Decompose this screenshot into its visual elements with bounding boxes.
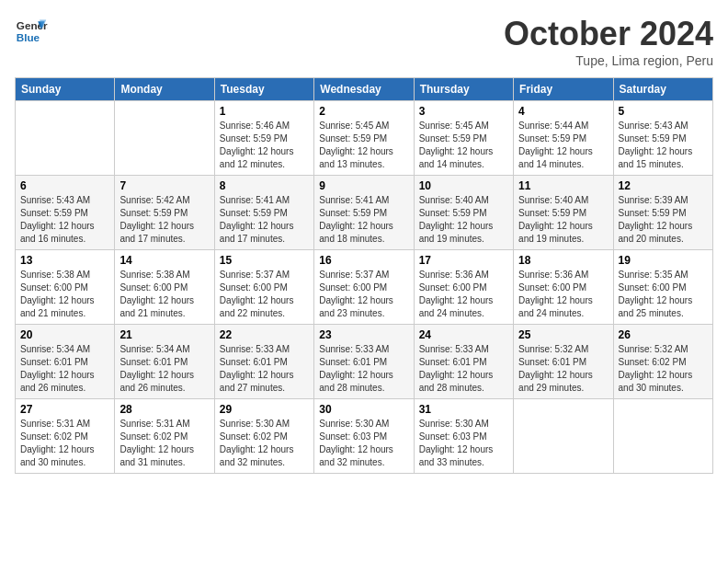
calendar-cell: 10Sunrise: 5:40 AM Sunset: 5:59 PM Dayli… — [414, 176, 513, 250]
calendar-table: SundayMondayTuesdayWednesdayThursdayFrid… — [15, 77, 713, 474]
page-title: October 2024 — [504, 15, 713, 53]
calendar-cell — [16, 101, 115, 176]
day-number: 5 — [619, 105, 708, 118]
day-detail: Sunrise: 5:46 AM Sunset: 5:59 PM Dayligh… — [220, 120, 309, 171]
calendar-cell: 23Sunrise: 5:33 AM Sunset: 6:01 PM Dayli… — [314, 325, 414, 399]
day-detail: Sunrise: 5:43 AM Sunset: 5:59 PM Dayligh… — [619, 120, 708, 171]
calendar-cell: 31Sunrise: 5:30 AM Sunset: 6:03 PM Dayli… — [414, 399, 513, 474]
day-number: 15 — [220, 254, 309, 267]
day-number: 1 — [220, 105, 309, 118]
calendar-cell: 20Sunrise: 5:34 AM Sunset: 6:01 PM Dayli… — [16, 325, 115, 399]
calendar-cell: 7Sunrise: 5:42 AM Sunset: 5:59 PM Daylig… — [115, 176, 214, 250]
calendar-cell: 2Sunrise: 5:45 AM Sunset: 5:59 PM Daylig… — [314, 101, 414, 176]
page-subtitle: Tupe, Lima region, Peru — [504, 53, 713, 68]
calendar-cell: 16Sunrise: 5:37 AM Sunset: 6:00 PM Dayli… — [314, 250, 414, 325]
day-detail: Sunrise: 5:33 AM Sunset: 6:01 PM Dayligh… — [220, 343, 309, 395]
calendar-cell: 9Sunrise: 5:41 AM Sunset: 5:59 PM Daylig… — [314, 176, 414, 250]
day-detail: Sunrise: 5:41 AM Sunset: 5:59 PM Dayligh… — [319, 194, 408, 246]
day-number: 30 — [319, 403, 408, 416]
day-detail: Sunrise: 5:33 AM Sunset: 6:01 PM Dayligh… — [419, 343, 508, 395]
day-number: 31 — [419, 403, 508, 416]
calendar-cell: 17Sunrise: 5:36 AM Sunset: 6:00 PM Dayli… — [414, 250, 513, 325]
calendar-cell: 24Sunrise: 5:33 AM Sunset: 6:01 PM Dayli… — [414, 325, 513, 399]
day-number: 9 — [319, 179, 408, 192]
day-detail: Sunrise: 5:41 AM Sunset: 5:59 PM Dayligh… — [220, 194, 309, 246]
day-number: 4 — [518, 105, 608, 118]
day-detail: Sunrise: 5:31 AM Sunset: 6:02 PM Dayligh… — [20, 418, 109, 469]
day-detail: Sunrise: 5:32 AM Sunset: 6:01 PM Dayligh… — [518, 343, 608, 395]
calendar-cell: 27Sunrise: 5:31 AM Sunset: 6:02 PM Dayli… — [16, 399, 115, 474]
day-detail: Sunrise: 5:36 AM Sunset: 6:00 PM Dayligh… — [419, 269, 508, 320]
day-number: 21 — [119, 328, 209, 341]
day-number: 3 — [419, 105, 508, 118]
day-number: 10 — [419, 179, 508, 192]
day-number: 20 — [20, 328, 109, 341]
day-detail: Sunrise: 5:32 AM Sunset: 6:02 PM Dayligh… — [619, 343, 708, 395]
day-number: 14 — [119, 254, 209, 267]
calendar-cell: 25Sunrise: 5:32 AM Sunset: 6:01 PM Dayli… — [514, 325, 613, 399]
day-detail: Sunrise: 5:45 AM Sunset: 5:59 PM Dayligh… — [319, 120, 408, 171]
calendar-cell: 3Sunrise: 5:45 AM Sunset: 5:59 PM Daylig… — [414, 101, 513, 176]
day-detail: Sunrise: 5:35 AM Sunset: 6:00 PM Dayligh… — [619, 269, 708, 320]
calendar-cell — [514, 399, 613, 474]
day-detail: Sunrise: 5:37 AM Sunset: 6:00 PM Dayligh… — [220, 269, 309, 320]
day-number: 19 — [619, 254, 708, 267]
calendar-day-header: Saturday — [613, 78, 712, 101]
calendar-day-header: Sunday — [16, 78, 115, 101]
day-detail: Sunrise: 5:42 AM Sunset: 5:59 PM Dayligh… — [119, 194, 209, 246]
day-number: 28 — [119, 403, 209, 416]
calendar-cell: 19Sunrise: 5:35 AM Sunset: 6:00 PM Dayli… — [613, 250, 712, 325]
day-detail: Sunrise: 5:45 AM Sunset: 5:59 PM Dayligh… — [419, 120, 508, 171]
calendar-cell: 5Sunrise: 5:43 AM Sunset: 5:59 PM Daylig… — [613, 101, 712, 176]
day-detail: Sunrise: 5:34 AM Sunset: 6:01 PM Dayligh… — [119, 343, 209, 395]
calendar-cell: 30Sunrise: 5:30 AM Sunset: 6:03 PM Dayli… — [314, 399, 414, 474]
calendar-cell: 8Sunrise: 5:41 AM Sunset: 5:59 PM Daylig… — [214, 176, 313, 250]
day-detail: Sunrise: 5:38 AM Sunset: 6:00 PM Dayligh… — [20, 269, 109, 320]
day-detail: Sunrise: 5:39 AM Sunset: 5:59 PM Dayligh… — [619, 194, 708, 246]
calendar-cell — [613, 399, 712, 474]
day-detail: Sunrise: 5:40 AM Sunset: 5:59 PM Dayligh… — [518, 194, 608, 246]
logo-icon: General Blue — [15, 15, 48, 48]
day-detail: Sunrise: 5:33 AM Sunset: 6:01 PM Dayligh… — [319, 343, 408, 395]
day-detail: Sunrise: 5:40 AM Sunset: 5:59 PM Dayligh… — [419, 194, 508, 246]
day-detail: Sunrise: 5:36 AM Sunset: 6:00 PM Dayligh… — [518, 269, 608, 320]
calendar-cell: 14Sunrise: 5:38 AM Sunset: 6:00 PM Dayli… — [115, 250, 214, 325]
day-detail: Sunrise: 5:30 AM Sunset: 6:03 PM Dayligh… — [319, 418, 408, 469]
day-number: 26 — [619, 328, 708, 341]
day-detail: Sunrise: 5:37 AM Sunset: 6:00 PM Dayligh… — [319, 269, 408, 320]
day-detail: Sunrise: 5:34 AM Sunset: 6:01 PM Dayligh… — [20, 343, 109, 395]
calendar-cell: 12Sunrise: 5:39 AM Sunset: 5:59 PM Dayli… — [613, 176, 712, 250]
day-number: 6 — [20, 179, 109, 192]
calendar-cell: 13Sunrise: 5:38 AM Sunset: 6:00 PM Dayli… — [16, 250, 115, 325]
day-detail: Sunrise: 5:31 AM Sunset: 6:02 PM Dayligh… — [119, 418, 209, 469]
calendar-cell: 29Sunrise: 5:30 AM Sunset: 6:02 PM Dayli… — [214, 399, 313, 474]
calendar-cell: 28Sunrise: 5:31 AM Sunset: 6:02 PM Dayli… — [115, 399, 214, 474]
day-number: 24 — [419, 328, 508, 341]
day-number: 27 — [20, 403, 109, 416]
calendar-week-row: 6Sunrise: 5:43 AM Sunset: 5:59 PM Daylig… — [16, 176, 713, 250]
day-number: 17 — [419, 254, 508, 267]
calendar-cell: 15Sunrise: 5:37 AM Sunset: 6:00 PM Dayli… — [214, 250, 313, 325]
day-number: 23 — [319, 328, 408, 341]
calendar-cell: 21Sunrise: 5:34 AM Sunset: 6:01 PM Dayli… — [115, 325, 214, 399]
calendar-cell — [115, 101, 214, 176]
logo: General Blue — [15, 15, 48, 48]
day-number: 2 — [319, 105, 408, 118]
calendar-cell: 26Sunrise: 5:32 AM Sunset: 6:02 PM Dayli… — [613, 325, 712, 399]
day-detail: Sunrise: 5:44 AM Sunset: 5:59 PM Dayligh… — [518, 120, 608, 171]
calendar-header-row: SundayMondayTuesdayWednesdayThursdayFrid… — [16, 78, 713, 101]
day-number: 29 — [220, 403, 309, 416]
day-detail: Sunrise: 5:38 AM Sunset: 6:00 PM Dayligh… — [119, 269, 209, 320]
day-detail: Sunrise: 5:43 AM Sunset: 5:59 PM Dayligh… — [20, 194, 109, 246]
calendar-cell: 11Sunrise: 5:40 AM Sunset: 5:59 PM Dayli… — [514, 176, 613, 250]
calendar-week-row: 20Sunrise: 5:34 AM Sunset: 6:01 PM Dayli… — [16, 325, 713, 399]
day-number: 8 — [220, 179, 309, 192]
day-detail: Sunrise: 5:30 AM Sunset: 6:03 PM Dayligh… — [419, 418, 508, 469]
day-number: 7 — [119, 179, 209, 192]
calendar-day-header: Friday — [514, 78, 613, 101]
calendar-day-header: Thursday — [414, 78, 513, 101]
day-number: 25 — [518, 328, 608, 341]
title-area: October 2024 Tupe, Lima region, Peru — [504, 15, 713, 68]
day-number: 11 — [518, 179, 608, 192]
calendar-day-header: Tuesday — [214, 78, 313, 101]
